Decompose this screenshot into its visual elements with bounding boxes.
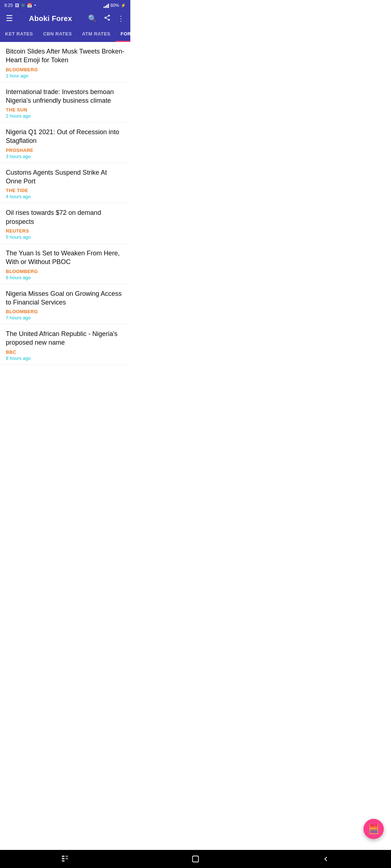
news-time: 1 hour ago: [6, 73, 125, 78]
news-time: 5 hours ago: [6, 234, 125, 240]
tab-atm-rates[interactable]: ATM RATES: [77, 27, 115, 42]
app-title: Aboki Forex: [29, 14, 72, 23]
status-right: 80% ⚡: [104, 3, 126, 8]
news-source: BLOOMBERG: [6, 309, 125, 314]
news-source: PROSHARE: [6, 148, 125, 153]
list-item[interactable]: Customs Agents Suspend Strike At Onne Po…: [0, 163, 130, 204]
news-source: BLOOMBERG: [6, 67, 125, 72]
search-icon[interactable]: 🔍: [88, 14, 97, 23]
news-time: 3 hours ago: [6, 154, 125, 159]
tab-bar: KET RATES CBN RATES ATM RATES FOREX NEWS: [0, 27, 130, 42]
news-title: Bitcoin Slides After Musk Tweets Broken-…: [6, 47, 125, 65]
news-time: 7 hours ago: [6, 315, 125, 320]
list-item[interactable]: The Yuan Is Set to Weaken From Here, Wit…: [0, 244, 130, 284]
calendar-icon: 📅: [27, 3, 32, 8]
news-time: 2 hours ago: [6, 113, 125, 119]
news-source: REUTERS: [6, 228, 125, 234]
list-item[interactable]: Nigeria Misses Goal on Growing Access to…: [0, 284, 130, 325]
list-item[interactable]: Bitcoin Slides After Musk Tweets Broken-…: [0, 42, 130, 82]
news-source: BBC: [6, 349, 125, 355]
tab-cbn-rates[interactable]: CBN RATES: [38, 27, 77, 42]
news-title: Nigeria Misses Goal on Growing Access to…: [6, 289, 125, 307]
status-left: 8:25 🖼 N 📅 •: [4, 3, 36, 8]
app-bar-icons: 🔍 ⋮: [88, 14, 125, 23]
photo-icon: 🖼: [15, 3, 19, 8]
tab-market-rates[interactable]: KET RATES: [0, 27, 38, 42]
news-time: 4 hours ago: [6, 194, 125, 199]
status-time: 8:25: [4, 3, 13, 8]
news-list: Bitcoin Slides After Musk Tweets Broken-…: [0, 42, 130, 387]
news-title: Nigeria Q1 2021: Out of Recession into S…: [6, 128, 125, 145]
news-title: The United African Republic - Nigeria's …: [6, 329, 125, 347]
list-item[interactable]: The United African Republic - Nigeria's …: [0, 324, 130, 365]
dot-icon: •: [34, 3, 36, 8]
news-source: THE SUN: [6, 107, 125, 112]
news-title: Oil rises towards $72 on demand prospect…: [6, 208, 125, 226]
news-source: BLOOMBERG: [6, 269, 125, 274]
list-item[interactable]: Oil rises towards $72 on demand prospect…: [0, 203, 130, 244]
more-icon[interactable]: ⋮: [117, 14, 125, 23]
tab-forex-news[interactable]: FOREX NEWS: [115, 27, 130, 42]
news-source: THE TIDE: [6, 188, 125, 193]
app-bar: ☰ Aboki Forex 🔍 ⋮: [0, 10, 130, 27]
news-title: The Yuan Is Set to Weaken From Here, Wit…: [6, 249, 125, 267]
list-item[interactable]: International trade: Investors bemoan Ni…: [0, 82, 130, 123]
signal-icon: [104, 3, 109, 8]
news-title: Customs Agents Suspend Strike At Onne Po…: [6, 168, 125, 186]
list-item[interactable]: Nigeria Q1 2021: Out of Recession into S…: [0, 123, 130, 163]
news-title: International trade: Investors bemoan Ni…: [6, 88, 125, 105]
n-badge-icon: N: [21, 3, 25, 8]
hamburger-icon[interactable]: ☰: [6, 14, 13, 23]
battery-text: 80%: [110, 3, 119, 8]
share-icon[interactable]: [104, 14, 111, 23]
battery-icon: ⚡: [121, 3, 126, 8]
news-time: 6 hours ago: [6, 275, 125, 280]
status-bar: 8:25 🖼 N 📅 • 80% ⚡: [0, 0, 130, 10]
news-time: 8 hours ago: [6, 356, 125, 361]
